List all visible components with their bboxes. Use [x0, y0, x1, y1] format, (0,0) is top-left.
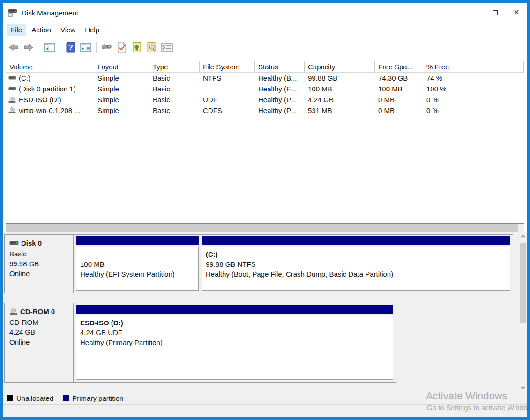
partition-c-status: Healthy (Boot, Page File, Crash Dump, Ba… [206, 269, 506, 279]
horizontal-scrollbar-thumb[interactable] [6, 224, 518, 232]
folder-search-icon [147, 42, 157, 53]
close-icon: ✕ [513, 9, 519, 16]
status-bar [3, 404, 527, 420]
minimize-icon [470, 13, 476, 13]
back-icon [8, 43, 19, 52]
forward-icon [23, 43, 34, 52]
unallocated-swatch [7, 395, 13, 401]
show-action-pane-button[interactable] [79, 40, 93, 54]
show-console-tree-button[interactable] [43, 40, 57, 54]
partition-esd-iso-size: 4.24 GB UDF [80, 328, 389, 338]
partition-efi-size: 100 MB [80, 259, 194, 269]
disk0-row: Disk 0 Basic 99.98 GB Online 100 MB Heal… [4, 234, 513, 293]
disk-drive-icon [9, 240, 19, 246]
volume-row-esd-iso[interactable]: ESD-ISO (D:) Simple Basic UDF Healthy (P… [6, 94, 524, 105]
disk-management-app-icon [7, 8, 18, 17]
close-button[interactable]: ✕ [506, 4, 527, 21]
menu-action[interactable]: Action [27, 24, 55, 36]
legend-bar: Unallocated Primary partition [3, 392, 527, 404]
column-header-filler [465, 61, 524, 72]
scroll-down-icon[interactable] [521, 383, 525, 392]
disk-management-window: Disk Management ✕ File Action View Help [0, 0, 530, 420]
title-bar: Disk Management ✕ [3, 3, 527, 22]
partition-esd-iso-status: Healthy (Primary Partition) [80, 338, 389, 347]
legend-primary-partition: Primary partition [63, 394, 123, 402]
column-header-layout[interactable]: Layout [94, 61, 149, 72]
properties-list-icon [161, 43, 173, 52]
cdrom0-state: Online [9, 337, 71, 347]
disk-volume-icon [8, 86, 16, 92]
properties-list-button[interactable] [160, 40, 174, 54]
toolbar: ? [3, 37, 527, 58]
cdrom0-row: CD-ROM 0 CD-ROM 4.24 GB Online ESD-ISO (… [4, 303, 527, 382]
legend-unallocated: Unallocated [7, 394, 53, 402]
help-icon: ? [66, 42, 76, 53]
folder-search-button[interactable] [145, 40, 159, 54]
disk0-size: 99.98 GB [9, 259, 71, 269]
column-header-file-system[interactable]: File System [200, 61, 255, 72]
console-tree-icon [44, 43, 55, 52]
check-task-icon [117, 42, 127, 53]
vertical-scrollbar-thumb[interactable] [520, 243, 526, 323]
partition-efi[interactable]: 100 MB Healthy (EFI System Partition) [75, 236, 200, 292]
check-task-button[interactable] [115, 40, 129, 54]
primary-partition-swatch [63, 395, 69, 401]
partition-esd-iso[interactable]: ESD-ISO (D:) 4.24 GB UDF Healthy (Primar… [75, 304, 395, 381]
cd-drive-icon [9, 308, 18, 315]
cd-volume-icon [8, 107, 16, 114]
toolbar-separator [96, 42, 97, 53]
menu-view[interactable]: View [56, 24, 80, 36]
window-title: Disk Management [22, 9, 78, 17]
svg-text:?: ? [68, 44, 73, 52]
column-header-pct-free[interactable]: % Free [423, 61, 465, 72]
cdrom0-size: 4.24 GB [9, 327, 71, 337]
maximize-icon [493, 10, 498, 15]
toolbar-separator [39, 42, 39, 53]
folder-up-button[interactable] [130, 40, 144, 54]
scroll-up-icon[interactable] [521, 232, 525, 240]
volume-row-disk0-partition1[interactable]: (Disk 0 partition 1) Simple Basic Health… [6, 83, 524, 94]
volume-list: Volume Layout Type File System Status Ca… [6, 61, 524, 224]
disk0-kind: Basic [9, 249, 71, 259]
disk-volume-icon [8, 75, 16, 81]
maximize-button[interactable] [484, 4, 506, 21]
menu-help[interactable]: Help [81, 24, 104, 36]
partition-efi-color-bar [76, 236, 199, 245]
partition-c-color-bar [202, 236, 510, 245]
cdrom0-label-panel[interactable]: CD-ROM 0 CD-ROM 4.24 GB Online [4, 303, 74, 382]
rescan-disks-icon [101, 43, 113, 52]
disk0-label-panel[interactable]: Disk 0 Basic 99.98 GB Online [4, 234, 74, 293]
volume-list-header: Volume Layout Type File System Status Ca… [6, 61, 524, 73]
toolbar-separator [60, 42, 60, 53]
folder-up-icon [132, 42, 142, 53]
partition-efi-status: Healthy (EFI System Partition) [80, 269, 194, 279]
action-pane-icon [80, 43, 91, 52]
cdrom0-kind: CD-ROM [9, 317, 71, 327]
menu-file[interactable]: File [7, 24, 26, 36]
partition-esd-iso-color-bar [76, 305, 393, 314]
column-header-type[interactable]: Type [149, 61, 200, 72]
graphical-view-pane: Disk 0 Basic 99.98 GB Online 100 MB Heal… [3, 232, 527, 392]
cd-volume-icon [8, 97, 16, 103]
vertical-scrollbar[interactable] [519, 232, 527, 392]
forward-button[interactable] [22, 40, 36, 54]
cdrom0-partitions: ESD-ISO (D:) 4.24 GB UDF Healthy (Primar… [74, 303, 396, 382]
rescan-disks-button[interactable] [100, 40, 114, 54]
disk0-state: Online [9, 269, 71, 278]
column-header-capacity[interactable]: Capacity [305, 61, 375, 72]
volume-row-virtio-win[interactable]: virtio-win-0.1.208 ... Simple Basic CDFS… [6, 105, 524, 116]
column-header-free-space[interactable]: Free Spa... [375, 61, 423, 72]
partition-c[interactable]: (C:) 99.88 GB NTFS Healthy (Boot, Page F… [200, 236, 512, 292]
volume-row-c[interactable]: (C:) Simple Basic NTFS Healthy (B... 99.… [6, 73, 524, 83]
partition-c-size: 99.88 GB NTFS [206, 259, 506, 269]
horizontal-scrollbar[interactable] [6, 224, 524, 232]
back-button[interactable] [7, 40, 21, 54]
menu-bar: File Action View Help [3, 22, 527, 37]
minimize-button[interactable] [463, 4, 484, 21]
column-header-status[interactable]: Status [255, 61, 305, 72]
disk0-partitions: 100 MB Healthy (EFI System Partition) (C… [74, 234, 513, 293]
help-button[interactable]: ? [64, 40, 78, 54]
column-header-volume[interactable]: Volume [6, 61, 94, 72]
